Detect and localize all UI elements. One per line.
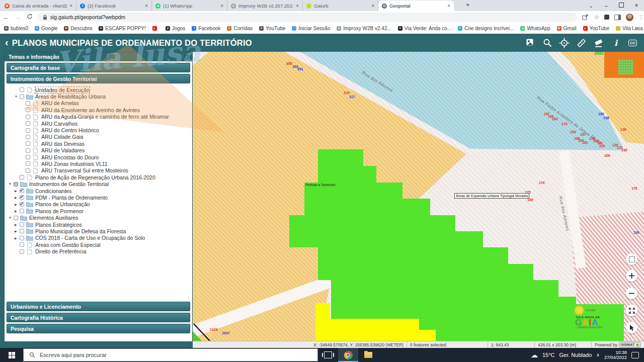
panel-title-bar[interactable]: Temas e informação – (5, 52, 192, 61)
expander-icon[interactable] (15, 95, 20, 98)
layer-checkbox[interactable] (20, 189, 24, 193)
tab-close-icon[interactable]: × (371, 3, 374, 9)
share-icon[interactable] (582, 14, 589, 20)
search-button[interactable] (541, 37, 553, 49)
bookmark-item[interactable]: C Crie designs incrívei... (458, 26, 514, 31)
layer-checkbox[interactable] (26, 148, 30, 153)
bookmark-item[interactable]: C Improxy W2B v2.42... (337, 26, 391, 31)
expander-icon[interactable] (15, 209, 20, 213)
tab-close-icon[interactable]: × (296, 3, 299, 9)
layer-checkbox[interactable] (14, 182, 18, 187)
tab-close-icon[interactable]: × (447, 3, 450, 9)
tree-item[interactable]: ARU das Devesas (5, 140, 192, 147)
tree-item[interactable]: ARU da Aguda-Granja e caminho de ferro a… (5, 114, 192, 120)
bookmark-item[interactable]: M Gmail (557, 26, 577, 31)
bookmark-item[interactable]: S ESCAPE POPPY! (99, 26, 146, 31)
bookmark-item[interactable]: ▸ YouTube (583, 26, 609, 31)
layer-checkbox[interactable] (20, 249, 24, 254)
tree-item[interactable]: ARU da Envolvente ao Areinho de Avintes (5, 107, 192, 113)
browser-tab[interactable]: G Geoportal × (378, 1, 454, 11)
new-tab-button[interactable]: + (461, 1, 475, 9)
bookmark-item[interactable]: D Descubra (64, 26, 92, 31)
bookmark-item[interactable]: C Corridas (227, 26, 253, 31)
bookmark-item[interactable]: J Jogos (166, 26, 186, 31)
tree-item[interactable]: Unidades de Execução (5, 86, 192, 93)
expander-icon[interactable] (15, 189, 20, 193)
tree-item[interactable]: Planos Estratégicos (5, 221, 192, 228)
maximize-button[interactable] (614, 3, 629, 9)
layer-checkbox[interactable] (20, 202, 24, 207)
locate-button[interactable] (558, 37, 571, 49)
panel-section-header[interactable]: Cartografia Histórica (7, 313, 190, 322)
tree-item[interactable]: Áreas de Reabilitação Urbana (5, 93, 192, 100)
panel-section-header[interactable]: Instrumentos de Gestão Territorial (7, 74, 190, 83)
overview-button[interactable] (626, 253, 637, 265)
map-canvas[interactable]: Rua dos AmoresRua Padre Arzemiro de Jesu… (193, 52, 644, 341)
tree-item[interactable]: ARU Carvalhos (5, 120, 192, 127)
expander-icon[interactable] (15, 229, 20, 233)
layer-checkbox[interactable] (20, 229, 24, 233)
tree-item[interactable]: Elementos Auxiliares (5, 214, 192, 221)
tree-item[interactable]: Áreas com Gestão Especial (5, 241, 192, 248)
layer-checkbox[interactable] (20, 236, 24, 240)
tree-item[interactable]: Instrumentos de Gestão Territorial (5, 180, 192, 187)
tab-search-icon[interactable]: ⌄ (584, 3, 599, 9)
browser-tab[interactable]: w (1) WhatsApp × (152, 1, 227, 11)
tree-item[interactable]: COS 2018 - Carta de Uso e Ocupação do So… (5, 235, 192, 241)
tree-item[interactable]: ARU Encostas do Douro (5, 154, 192, 160)
bookmark-item[interactable]: V Via Verde: Anda co... (398, 26, 451, 31)
side-panel-icon[interactable] (614, 15, 621, 20)
tree-item[interactable]: PDM - Planta de Ordenamento (5, 194, 192, 201)
layer-checkbox[interactable] (14, 216, 18, 220)
bookmark-item[interactable]: G Google (35, 26, 57, 31)
legend-cc-button[interactable]: CC (626, 37, 639, 49)
profile-avatar[interactable] (626, 14, 633, 21)
tree-item[interactable]: Planos de Pormenor (5, 208, 192, 214)
layer-checkbox[interactable] (20, 222, 24, 227)
bookmark-item[interactable]: Y YouTube (259, 26, 285, 31)
chrome-taskbar-button[interactable] (338, 348, 358, 362)
forward-button[interactable]: → (12, 14, 24, 21)
tree-item[interactable]: ARU Zonas Industriais VL11 (5, 160, 192, 167)
layer-checkbox[interactable] (26, 135, 30, 139)
layer-checkbox[interactable] (20, 175, 24, 179)
info-button[interactable]: i (609, 37, 622, 49)
expander-icon[interactable] (9, 216, 14, 219)
tree-item[interactable]: Plano de Ação de Regeneração Urbana 2016… (5, 174, 192, 180)
expander-icon[interactable] (15, 203, 20, 206)
expander-icon[interactable] (15, 223, 20, 226)
weather-temp[interactable]: 15°C (542, 352, 555, 358)
tab-close-icon[interactable]: × (69, 3, 72, 9)
layer-checkbox[interactable] (20, 95, 24, 99)
erase-button[interactable] (592, 37, 605, 49)
layer-checkbox[interactable] (26, 168, 30, 173)
layer-checkbox[interactable] (20, 209, 24, 213)
bookmark-item[interactable]: f Facebook (192, 26, 220, 31)
bookmark-item[interactable]: ▸ (152, 26, 159, 31)
extensions-icon[interactable] (604, 15, 609, 20)
panel-minimize-icon[interactable]: – (184, 54, 189, 59)
bookmark-item[interactable]: b bubles0 (4, 26, 28, 31)
bookmark-item[interactable]: Vila Lusa Forma Ré... (616, 26, 644, 31)
minimize-button[interactable]: – (599, 3, 614, 9)
expander-icon[interactable] (15, 196, 20, 199)
tree-item[interactable]: Condicionantes (5, 188, 192, 194)
tree-item[interactable]: Planos de Urbanização (5, 201, 192, 208)
file-explorer-button[interactable] (358, 348, 378, 362)
clock[interactable]: 10:38 27/04/2022 (604, 350, 627, 360)
layer-checkbox[interactable] (26, 101, 30, 106)
tray-expand-icon[interactable]: ∧ (596, 352, 600, 357)
start-button[interactable] (0, 348, 23, 362)
close-button[interactable]: × (629, 2, 644, 9)
browser-tab[interactable]: C Improxy W2B v2.257.2521 × (227, 1, 303, 11)
url-text[interactable]: sig.gaiurb.pt/geoportal?webpdm (50, 14, 125, 20)
basemap-gallery-button[interactable] (524, 37, 536, 49)
layer-checkbox[interactable] (26, 141, 30, 146)
back-chevron-icon[interactable]: ‹ (5, 37, 9, 48)
task-view-button[interactable] (318, 348, 338, 362)
expander-icon[interactable] (9, 183, 14, 186)
layer-checkbox[interactable] (26, 155, 30, 159)
reload-button[interactable] (24, 14, 36, 21)
zoom-in-button[interactable] (626, 270, 637, 282)
layer-checkbox[interactable] (26, 161, 30, 166)
